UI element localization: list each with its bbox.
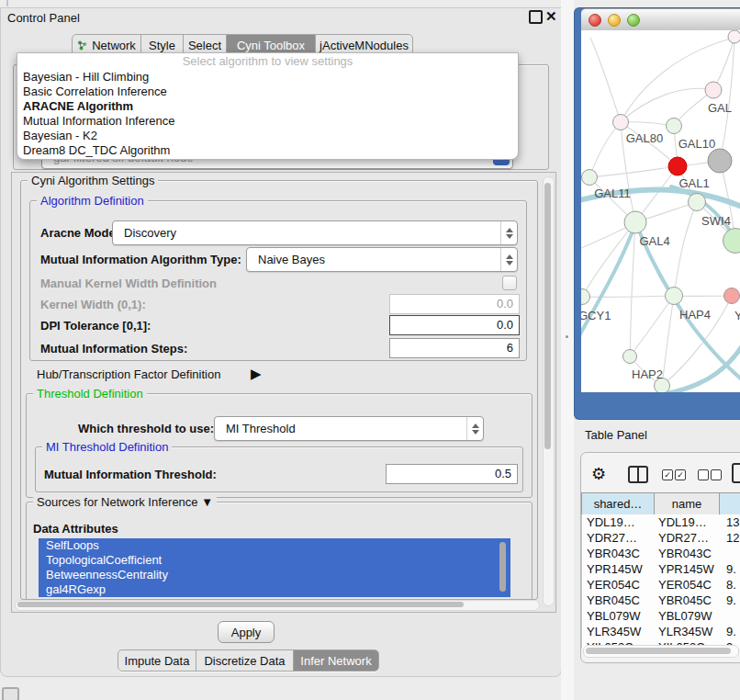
- table-row[interactable]: YLR345WYLR345W9.: [582, 624, 740, 639]
- node-gal[interactable]: [705, 82, 722, 98]
- table-row[interactable]: YDR27…YDR27…12: [582, 530, 740, 546]
- sources-title-text: Sources for Network Inference: [37, 495, 198, 509]
- sources-title: Sources for Network Inference ▼: [33, 495, 217, 509]
- node[interactable]: [728, 30, 740, 43]
- which-threshold-value: MI Threshold: [226, 417, 296, 440]
- data-attributes-list: SelfLoops TopologicalCoefficient Between…: [39, 538, 510, 597]
- node-big-green[interactable]: [723, 229, 740, 254]
- table-row[interactable]: YPR145WYPR145W9.: [582, 561, 740, 577]
- panel-divider[interactable]: [561, 0, 574, 700]
- column-header-shared-name[interactable]: shared…: [582, 492, 655, 515]
- table-hscrollbar[interactable]: [583, 645, 739, 658]
- attribute-item[interactable]: gal4RGexp: [39, 582, 510, 597]
- algorithm-option-selected[interactable]: ARACNE Algorithm: [17, 99, 518, 114]
- aracne-mode-value: Discovery: [124, 221, 176, 244]
- which-threshold-label: Which threshold to use:: [78, 422, 214, 435]
- table-row[interactable]: YER054CYER054C8.: [582, 577, 740, 593]
- algorithm-option[interactable]: Bayesian - K2: [17, 129, 518, 143]
- manual-kernel-label: Manual Kernel Width Definition: [40, 277, 217, 290]
- mi-type-combo[interactable]: Naive Bayes: [246, 247, 518, 272]
- column-header[interactable]: [720, 492, 740, 515]
- settings-hscrollbar[interactable]: [15, 600, 540, 611]
- algorithm-option[interactable]: Bayesian - Hill Climbing: [17, 70, 518, 85]
- network-canvas[interactable]: GAL GAL80 GAL10 GAL1 GAL11 SWI4 GAL4 GCY…: [581, 30, 740, 392]
- select-all-icon[interactable]: ✓: [662, 469, 673, 480]
- select-all-icon[interactable]: ✓: [675, 469, 686, 480]
- node-gal1-selected[interactable]: [668, 157, 687, 175]
- table-panel-title: Table Panel: [585, 428, 647, 442]
- table-row[interactable]: YBL079WYBL079W: [582, 608, 740, 624]
- combo-stepper-icon: [500, 248, 517, 271]
- node-swi4[interactable]: [689, 194, 706, 211]
- node-hap2[interactable]: [623, 350, 637, 364]
- table-hscrollbar-thumb[interactable]: [586, 648, 731, 654]
- column-header-name[interactable]: name: [655, 492, 720, 515]
- attribute-item[interactable]: TopologicalCoefficient: [39, 553, 510, 568]
- mi-steps-label: Mutual Information Steps:: [40, 342, 187, 356]
- collapsed-panel-icon[interactable]: [2, 687, 19, 700]
- dpi-tolerance-field[interactable]: 0.0: [389, 315, 520, 335]
- which-threshold-combo[interactable]: MI Threshold: [214, 416, 484, 441]
- attribute-item[interactable]: BetweennessCentrality: [39, 568, 510, 582]
- node-salmon[interactable]: [724, 288, 740, 304]
- settings-vscrollbar[interactable]: [543, 176, 555, 606]
- dpi-tolerance-label: DPI Tolerance [0,1]:: [40, 319, 151, 333]
- mi-threshold-label: Mutual Information Threshold:: [44, 468, 217, 481]
- window-minimize-icon[interactable]: [608, 14, 621, 27]
- mi-steps-field[interactable]: 6: [389, 338, 520, 358]
- algorithm-option[interactable]: Mutual Information Inference: [17, 114, 518, 129]
- mi-threshold-field[interactable]: 0.5: [386, 464, 518, 484]
- node-label: HAP4: [679, 308, 711, 322]
- gear-icon[interactable]: ⚙: [591, 464, 606, 484]
- node-label: GAL11: [594, 186, 631, 200]
- tab-network-label: Network: [92, 39, 136, 52]
- table-header: shared… name: [581, 492, 740, 515]
- node-gcy1[interactable]: [581, 289, 590, 305]
- node-label: GAL10: [678, 137, 715, 151]
- tab-impute-data[interactable]: Impute Data: [118, 650, 196, 671]
- apply-button[interactable]: Apply: [218, 621, 275, 643]
- table-body[interactable]: YDL19…YDL19…13 YDR27…YDR27…12 YBR043CYBR…: [581, 514, 740, 649]
- node-gal11[interactable]: [582, 170, 598, 186]
- table-row[interactable]: YDL19…YDL19…13: [582, 514, 740, 530]
- apply-button-label: Apply: [231, 626, 262, 639]
- node-gray[interactable]: [708, 149, 732, 173]
- attribute-list-scrollbar-thumb[interactable]: [499, 542, 506, 592]
- algorithm-definition-title: Algorithm Definition: [37, 194, 148, 208]
- node-hap4[interactable]: [666, 288, 683, 305]
- deselect-all-icon[interactable]: [698, 469, 709, 480]
- tab-cyni-toolbox-label: Cyni Toolbox: [237, 39, 305, 52]
- aracne-mode-combo[interactable]: Discovery: [112, 220, 518, 245]
- manual-kernel-checkbox[interactable]: [502, 276, 517, 290]
- screen: Control Panel ✕ Network Style Select Cyn…: [0, 0, 740, 700]
- deselect-all-icon[interactable]: [711, 469, 722, 480]
- node-gal80[interactable]: [613, 115, 629, 130]
- table-row[interactable]: YBR045CYBR045C9.: [582, 593, 740, 608]
- node-gal10[interactable]: [667, 119, 682, 134]
- window-zoom-icon[interactable]: [627, 14, 640, 27]
- collapse-arrow-icon[interactable]: ▼: [201, 495, 213, 509]
- combo-stepper-icon: [500, 221, 517, 244]
- tab-impute-data-label: Impute Data: [125, 654, 190, 668]
- window-close-icon[interactable]: [589, 14, 601, 27]
- node-label: GAL4: [639, 234, 669, 248]
- tab-infer-network[interactable]: Infer Network: [293, 650, 378, 671]
- algorithm-option[interactable]: Basic Correlation Inference: [17, 85, 518, 99]
- divider-grip-icon: [566, 335, 568, 338]
- network-window-titlebar[interactable]: [581, 8, 740, 31]
- float-panel-icon[interactable]: [529, 10, 543, 24]
- node-gal4[interactable]: [624, 211, 646, 233]
- tab-discretize-data[interactable]: Discretize Data: [196, 650, 293, 671]
- settings-vscrollbar-thumb[interactable]: [544, 183, 551, 449]
- algorithm-option[interactable]: Dream8 DC_TDC Algorithm: [17, 143, 518, 158]
- table-row[interactable]: YBR043CYBR043C: [582, 546, 740, 561]
- kernel-width-label: Kernel Width (0,1):: [40, 298, 146, 311]
- settings-hscrollbar-thumb[interactable]: [17, 602, 464, 607]
- expand-arrow-icon[interactable]: ▶: [251, 366, 262, 382]
- new-table-icon[interactable]: [732, 463, 740, 483]
- attribute-item[interactable]: SelfLoops: [39, 538, 510, 553]
- close-panel-icon[interactable]: ✕: [545, 8, 557, 25]
- column-layout-icon[interactable]: [628, 466, 648, 483]
- kernel-width-field[interactable]: 0.0: [389, 294, 520, 314]
- node-label: GAL80: [626, 131, 663, 145]
